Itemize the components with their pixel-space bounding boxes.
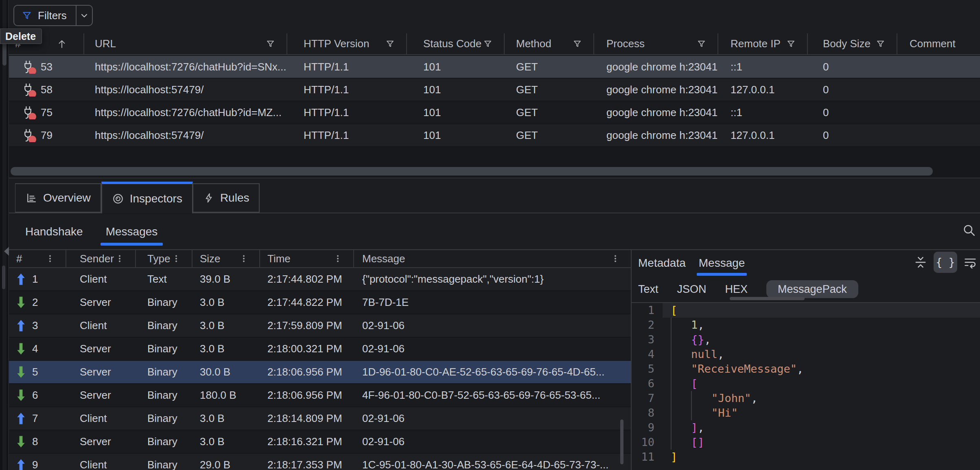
column-header-http-version[interactable]: HTTP Version xyxy=(287,33,407,54)
column-filter-icon[interactable] xyxy=(573,39,582,48)
indent-guide xyxy=(671,376,691,391)
message-number: 1 xyxy=(32,273,38,286)
column-header-sender[interactable]: Sender xyxy=(66,250,136,267)
message-row[interactable]: 9ClientBinary29.0 B2:18:17.353 PM1C-95-0… xyxy=(9,454,631,470)
tab-overview[interactable]: Overview xyxy=(15,183,101,213)
message-cell-time: 2:18:17.353 PM xyxy=(260,459,354,470)
session-cell-status-code: 101 xyxy=(407,61,505,73)
session-row[interactable]: 53https://localhost:7276/chatHub?id=SNx.… xyxy=(9,56,980,79)
message-cell-type: Binary xyxy=(136,389,192,402)
format-scrollbar-thumb[interactable] xyxy=(730,297,805,300)
filters-split-button[interactable]: Filters xyxy=(13,5,93,26)
message-cell-size: 29.0 B xyxy=(192,459,260,470)
column-header-method[interactable]: Method xyxy=(505,33,594,54)
format-messagepack[interactable]: MessagePack xyxy=(766,280,858,298)
session-cell-http-version: HTTP/1.1 xyxy=(287,129,407,142)
sent-arrow-up-icon xyxy=(16,459,26,470)
column-header-comment[interactable]: Comment xyxy=(897,33,980,54)
column-filter-icon[interactable] xyxy=(266,39,275,48)
message-row[interactable]: 3ClientBinary3.0 B2:17:59.809 PM02-91-06 xyxy=(9,314,631,338)
messagepack-code-viewer[interactable]: 1[21,3{},4null,5"ReceiveMessage",6[7"Joh… xyxy=(632,303,980,470)
session-row[interactable]: 75https://localhost:7276/chatHub?id=MZ..… xyxy=(9,101,980,124)
column-header-message[interactable]: Message xyxy=(354,250,631,267)
detail-tab-metadata[interactable]: Metadata xyxy=(638,257,686,270)
column-header-time[interactable]: Time xyxy=(260,250,354,267)
session-id: 79 xyxy=(41,129,52,142)
left-rail xyxy=(0,0,9,470)
tab-rules[interactable]: Rules xyxy=(193,183,260,213)
search-icon[interactable] xyxy=(962,223,976,237)
left-scrollbar-thumb-lower[interactable] xyxy=(2,266,5,289)
message-number-cell: 9 xyxy=(9,459,66,470)
collapse-panel-arrow-icon[interactable] xyxy=(4,247,9,256)
column-header-size[interactable]: Size xyxy=(192,250,260,267)
code-line-content: "John", xyxy=(663,391,980,406)
subtab-handshake[interactable]: Handshake xyxy=(25,225,83,238)
column-menu-icon[interactable] xyxy=(45,254,55,264)
column-filter-icon[interactable] xyxy=(786,39,796,48)
column-menu-icon[interactable] xyxy=(171,254,181,264)
session-id-cell: 58 xyxy=(9,83,84,97)
line-number: 6 xyxy=(632,376,663,391)
column-menu-icon[interactable] xyxy=(239,254,249,264)
message-cell-type: Binary xyxy=(136,343,192,355)
subtab-messages[interactable]: Messages xyxy=(106,225,158,238)
message-cell-sender: Server xyxy=(66,366,136,378)
websocket-plug-icon xyxy=(22,129,33,142)
message-cell-size: 3.0 B xyxy=(192,435,260,448)
message-row[interactable]: 5ServerBinary30.0 B2:18:06.956 PM1D-96-0… xyxy=(9,361,631,384)
messages-table-body: 1ClientText39.0 B2:17:44.802 PM{"protoco… xyxy=(9,268,631,470)
message-row[interactable]: 2ServerBinary3.0 B2:17:44.822 PM7B-7D-1E xyxy=(9,291,631,314)
filters-button[interactable]: Filters xyxy=(14,6,76,25)
format-hex[interactable]: HEX xyxy=(725,283,748,296)
format-json[interactable]: JSON xyxy=(677,283,707,296)
column-header-status-code[interactable]: Status Code xyxy=(407,33,505,54)
message-cell-size: 30.0 B xyxy=(192,366,260,378)
filters-dropdown-button[interactable] xyxy=(76,6,92,25)
message-cell-sender: Client xyxy=(66,412,136,425)
column-header-url[interactable]: URL xyxy=(84,33,287,54)
session-cell-http-version: HTTP/1.1 xyxy=(287,83,407,96)
column-menu-icon[interactable] xyxy=(610,254,620,264)
column-filter-icon[interactable] xyxy=(385,39,395,48)
line-number: 7 xyxy=(632,391,663,406)
message-row[interactable]: 8ServerBinary3.0 B2:18:16.321 PM02-91-06 xyxy=(9,430,631,454)
received-arrow-down-icon xyxy=(16,343,26,355)
curly-braces-icon[interactable]: { } xyxy=(934,252,957,273)
message-row[interactable]: 6ServerBinary180.0 B2:18:06.956 PM4F-96-… xyxy=(9,384,631,407)
format-text[interactable]: Text xyxy=(638,283,658,296)
message-row[interactable]: 7ClientBinary3.0 B2:18:14.809 PM02-91-06 xyxy=(9,407,631,430)
main-tabstrip: OverviewInspectorsRules xyxy=(9,178,980,213)
code-token: "ReceiveMessage" xyxy=(691,362,797,376)
delete-tooltip-label: Delete xyxy=(5,31,36,42)
column-filter-icon[interactable] xyxy=(697,39,706,48)
message-cell-size: 3.0 B xyxy=(192,296,260,309)
messages-scrollbar-thumb[interactable] xyxy=(620,419,623,464)
tab-inspectors[interactable]: Inspectors xyxy=(101,182,193,213)
messages-pane: #SenderTypeSizeTimeMessage 1ClientText39… xyxy=(9,250,632,470)
column-menu-icon[interactable] xyxy=(115,254,125,264)
column-header-remote-ip[interactable]: Remote IP xyxy=(718,33,808,54)
column-header-col[interactable]: # xyxy=(9,250,66,267)
session-cell-method: GET xyxy=(505,61,594,73)
word-wrap-icon[interactable] xyxy=(963,255,978,270)
session-cell-remote-ip: ::1 xyxy=(718,106,808,119)
collapse-icon[interactable] xyxy=(913,255,928,270)
detail-tab-message[interactable]: Message xyxy=(699,257,745,270)
message-row[interactable]: 1ClientText39.0 B2:17:44.802 PM{"protoco… xyxy=(9,268,631,291)
column-header-type[interactable]: Type xyxy=(136,250,192,267)
session-row[interactable]: 58https://localhost:57479/HTTP/1.1101GET… xyxy=(9,79,980,101)
column-menu-icon[interactable] xyxy=(333,254,343,264)
message-cell-time: 2:18:06.956 PM xyxy=(260,389,354,402)
active-connection-dot xyxy=(28,136,36,142)
horizontal-scrollbar-thumb[interactable] xyxy=(11,167,933,176)
message-cell-message: {"protocol":"messagepack","version":1} xyxy=(354,273,631,286)
column-header-body-size[interactable]: Body Size xyxy=(808,33,897,54)
column-filter-icon[interactable] xyxy=(876,39,885,48)
session-row[interactable]: 79https://localhost:57479/HTTP/1.1101GET… xyxy=(9,124,980,147)
message-cell-size: 3.0 B xyxy=(192,343,260,355)
column-filter-icon[interactable] xyxy=(483,39,492,48)
message-cell-time: 2:18:00.321 PM xyxy=(260,343,354,355)
column-header-process[interactable]: Process xyxy=(594,33,718,54)
message-row[interactable]: 4ServerBinary3.0 B2:18:00.321 PM02-91-06 xyxy=(9,338,631,361)
